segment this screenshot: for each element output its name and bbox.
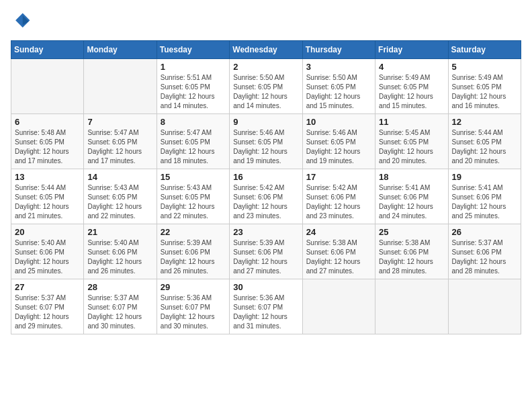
day-number: 27 <box>15 282 80 292</box>
day-info: Sunrise: 5:40 AMSunset: 6:06 PMDaylight:… <box>15 238 80 276</box>
day-number: 9 <box>233 117 298 127</box>
day-info: Sunrise: 5:42 AMSunset: 6:06 PMDaylight:… <box>306 183 371 221</box>
day-info: Sunrise: 5:46 AMSunset: 6:05 PMDaylight:… <box>306 128 371 166</box>
day-number: 1 <box>161 62 226 72</box>
calendar-cell: 17Sunrise: 5:42 AMSunset: 6:06 PMDayligh… <box>302 169 375 224</box>
calendar-cell: 24Sunrise: 5:38 AMSunset: 6:06 PMDayligh… <box>302 224 375 279</box>
calendar-cell: 15Sunrise: 5:43 AMSunset: 6:05 PMDayligh… <box>157 169 229 224</box>
calendar-cell: 16Sunrise: 5:42 AMSunset: 6:06 PMDayligh… <box>230 169 302 224</box>
day-info: Sunrise: 5:42 AMSunset: 6:06 PMDaylight:… <box>233 183 298 221</box>
calendar-cell: 30Sunrise: 5:36 AMSunset: 6:07 PMDayligh… <box>230 279 302 334</box>
calendar-cell: 4Sunrise: 5:49 AMSunset: 6:05 PMDaylight… <box>375 59 448 114</box>
day-number: 20 <box>15 227 80 237</box>
day-number: 28 <box>87 282 152 292</box>
day-number: 3 <box>306 62 371 72</box>
day-number: 14 <box>87 172 152 182</box>
day-info: Sunrise: 5:41 AMSunset: 6:06 PMDaylight:… <box>379 183 444 221</box>
logo <box>11 11 35 32</box>
day-number: 30 <box>233 282 298 292</box>
calendar-cell <box>84 59 157 114</box>
calendar-cell: 6Sunrise: 5:48 AMSunset: 6:05 PMDaylight… <box>11 114 84 169</box>
day-info: Sunrise: 5:43 AMSunset: 6:05 PMDaylight:… <box>87 183 152 221</box>
day-info: Sunrise: 5:51 AMSunset: 6:05 PMDaylight:… <box>161 73 226 111</box>
weekday-header: Thursday <box>302 41 375 59</box>
day-info: Sunrise: 5:39 AMSunset: 6:06 PMDaylight:… <box>161 238 226 276</box>
weekday-header: Saturday <box>448 41 521 59</box>
calendar-table: SundayMondayTuesdayWednesdayThursdayFrid… <box>11 40 521 334</box>
calendar-cell: 26Sunrise: 5:37 AMSunset: 6:06 PMDayligh… <box>448 224 521 279</box>
calendar-cell: 12Sunrise: 5:44 AMSunset: 6:05 PMDayligh… <box>448 114 521 169</box>
day-number: 12 <box>452 117 517 127</box>
calendar-cell <box>375 279 448 334</box>
day-info: Sunrise: 5:49 AMSunset: 6:05 PMDaylight:… <box>379 73 444 111</box>
day-info: Sunrise: 5:44 AMSunset: 6:05 PMDaylight:… <box>452 128 517 166</box>
day-number: 8 <box>161 117 226 127</box>
day-info: Sunrise: 5:37 AMSunset: 6:07 PMDaylight:… <box>87 293 152 331</box>
calendar-cell: 11Sunrise: 5:45 AMSunset: 6:05 PMDayligh… <box>375 114 448 169</box>
day-info: Sunrise: 5:45 AMSunset: 6:05 PMDaylight:… <box>379 128 444 166</box>
weekday-header: Friday <box>375 41 448 59</box>
weekday-header: Sunday <box>11 41 84 59</box>
day-number: 13 <box>15 172 80 182</box>
day-info: Sunrise: 5:41 AMSunset: 6:06 PMDaylight:… <box>452 183 517 221</box>
day-number: 22 <box>161 227 226 237</box>
day-info: Sunrise: 5:50 AMSunset: 6:05 PMDaylight:… <box>306 73 371 111</box>
logo-icon <box>11 11 32 32</box>
calendar-cell <box>11 59 84 114</box>
calendar-week-row: 13Sunrise: 5:44 AMSunset: 6:05 PMDayligh… <box>11 169 521 224</box>
calendar-cell: 22Sunrise: 5:39 AMSunset: 6:06 PMDayligh… <box>157 224 229 279</box>
calendar-cell: 29Sunrise: 5:36 AMSunset: 6:07 PMDayligh… <box>157 279 229 334</box>
day-number: 7 <box>87 117 152 127</box>
calendar-cell: 10Sunrise: 5:46 AMSunset: 6:05 PMDayligh… <box>302 114 375 169</box>
day-info: Sunrise: 5:43 AMSunset: 6:05 PMDaylight:… <box>161 183 226 221</box>
day-info: Sunrise: 5:47 AMSunset: 6:05 PMDaylight:… <box>87 128 152 166</box>
calendar-cell: 7Sunrise: 5:47 AMSunset: 6:05 PMDaylight… <box>84 114 157 169</box>
weekday-header: Monday <box>84 41 157 59</box>
calendar-cell: 23Sunrise: 5:39 AMSunset: 6:06 PMDayligh… <box>230 224 302 279</box>
day-number: 18 <box>379 172 444 182</box>
calendar-cell: 27Sunrise: 5:37 AMSunset: 6:07 PMDayligh… <box>11 279 84 334</box>
day-number: 10 <box>306 117 371 127</box>
day-number: 23 <box>233 227 298 237</box>
calendar-cell: 9Sunrise: 5:46 AMSunset: 6:05 PMDaylight… <box>230 114 302 169</box>
weekday-header-row: SundayMondayTuesdayWednesdayThursdayFrid… <box>11 41 521 59</box>
day-info: Sunrise: 5:49 AMSunset: 6:05 PMDaylight:… <box>452 73 517 111</box>
day-number: 6 <box>15 117 80 127</box>
day-number: 2 <box>233 62 298 72</box>
calendar-week-row: 1Sunrise: 5:51 AMSunset: 6:05 PMDaylight… <box>11 59 521 114</box>
calendar-week-row: 27Sunrise: 5:37 AMSunset: 6:07 PMDayligh… <box>11 279 521 334</box>
day-info: Sunrise: 5:47 AMSunset: 6:05 PMDaylight:… <box>161 128 226 166</box>
calendar-cell: 25Sunrise: 5:38 AMSunset: 6:06 PMDayligh… <box>375 224 448 279</box>
day-number: 4 <box>379 62 444 72</box>
calendar-cell: 20Sunrise: 5:40 AMSunset: 6:06 PMDayligh… <box>11 224 84 279</box>
day-info: Sunrise: 5:48 AMSunset: 6:05 PMDaylight:… <box>15 128 80 166</box>
day-info: Sunrise: 5:37 AMSunset: 6:06 PMDaylight:… <box>452 238 517 276</box>
day-number: 25 <box>379 227 444 237</box>
day-info: Sunrise: 5:36 AMSunset: 6:07 PMDaylight:… <box>161 293 226 331</box>
day-info: Sunrise: 5:38 AMSunset: 6:06 PMDaylight:… <box>306 238 371 276</box>
calendar-cell: 3Sunrise: 5:50 AMSunset: 6:05 PMDaylight… <box>302 59 375 114</box>
calendar-cell <box>302 279 375 334</box>
day-number: 21 <box>87 227 152 237</box>
calendar-week-row: 20Sunrise: 5:40 AMSunset: 6:06 PMDayligh… <box>11 224 521 279</box>
day-number: 15 <box>161 172 226 182</box>
calendar-cell: 28Sunrise: 5:37 AMSunset: 6:07 PMDayligh… <box>84 279 157 334</box>
day-number: 26 <box>452 227 517 237</box>
day-info: Sunrise: 5:39 AMSunset: 6:06 PMDaylight:… <box>233 238 298 276</box>
calendar-week-row: 6Sunrise: 5:48 AMSunset: 6:05 PMDaylight… <box>11 114 521 169</box>
calendar-cell: 2Sunrise: 5:50 AMSunset: 6:05 PMDaylight… <box>230 59 302 114</box>
day-number: 19 <box>452 172 517 182</box>
calendar-cell: 19Sunrise: 5:41 AMSunset: 6:06 PMDayligh… <box>448 169 521 224</box>
calendar-cell: 5Sunrise: 5:49 AMSunset: 6:05 PMDaylight… <box>448 59 521 114</box>
day-number: 24 <box>306 227 371 237</box>
day-info: Sunrise: 5:46 AMSunset: 6:05 PMDaylight:… <box>233 128 298 166</box>
day-info: Sunrise: 5:40 AMSunset: 6:06 PMDaylight:… <box>87 238 152 276</box>
calendar-cell: 18Sunrise: 5:41 AMSunset: 6:06 PMDayligh… <box>375 169 448 224</box>
calendar-cell <box>448 279 521 334</box>
page-header <box>11 11 521 32</box>
day-info: Sunrise: 5:36 AMSunset: 6:07 PMDaylight:… <box>233 293 298 331</box>
day-info: Sunrise: 5:44 AMSunset: 6:05 PMDaylight:… <box>15 183 80 221</box>
day-info: Sunrise: 5:37 AMSunset: 6:07 PMDaylight:… <box>15 293 80 331</box>
day-number: 29 <box>161 282 226 292</box>
calendar-cell: 14Sunrise: 5:43 AMSunset: 6:05 PMDayligh… <box>84 169 157 224</box>
